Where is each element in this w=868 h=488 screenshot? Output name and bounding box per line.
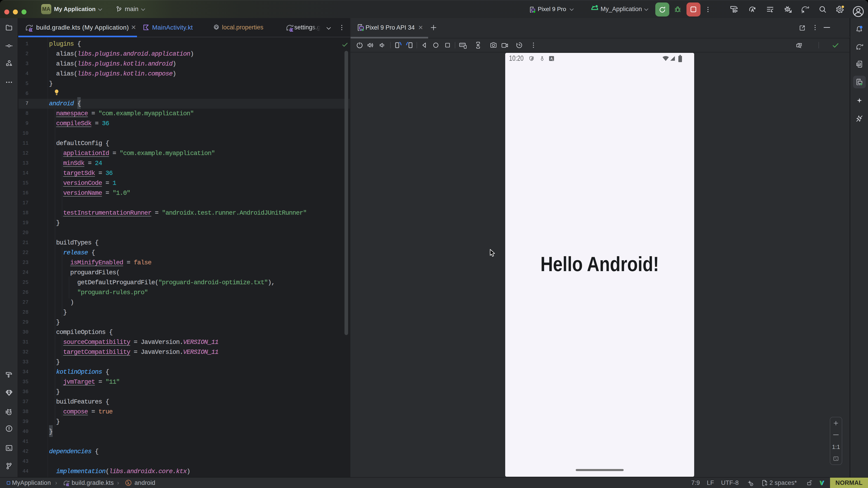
svg-text:A: A: [550, 57, 553, 60]
